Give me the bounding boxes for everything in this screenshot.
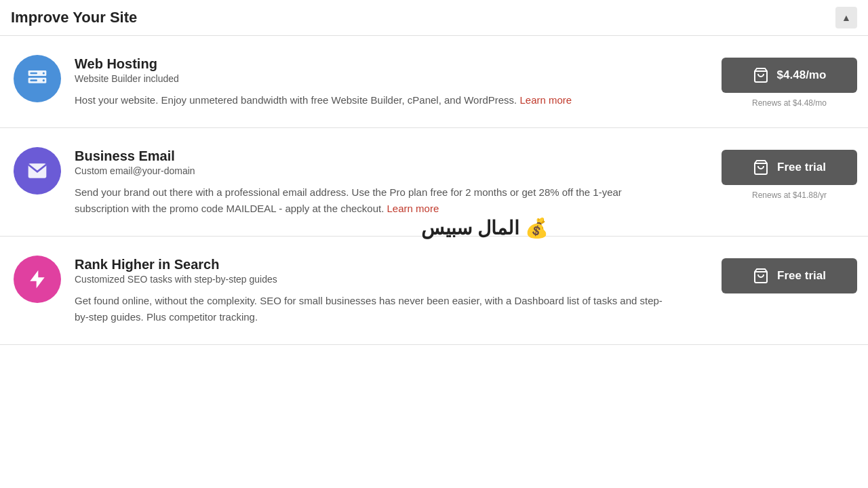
collapse-button[interactable]: ▲ <box>835 7 857 28</box>
service-action-seo: Free trial <box>722 256 857 293</box>
service-content-business-email: Business EmailCustom email@your-domainSe… <box>75 147 708 217</box>
page-title: Improve Your Site <box>11 9 137 26</box>
action-label-business-email: Free trial <box>777 161 826 174</box>
add-to-cart-button-business-email[interactable]: Free trial <box>722 150 857 185</box>
service-action-web-hosting: $4.48/moRenews at $4.48/mo <box>722 55 857 108</box>
learn-more-link-business-email[interactable]: Learn more <box>387 203 439 214</box>
svg-rect-4 <box>30 73 37 75</box>
server-icon <box>14 55 61 102</box>
action-label-web-hosting: $4.48/mo <box>777 68 827 82</box>
service-subtitle-seo: Customized SEO tasks with step-by-step g… <box>75 274 708 285</box>
svg-marker-9 <box>30 270 44 289</box>
service-subtitle-business-email: Custom email@your-domain <box>75 165 708 176</box>
service-name-seo: Rank Higher in Search <box>75 257 708 272</box>
svg-point-2 <box>43 72 45 74</box>
add-to-cart-button-web-hosting[interactable]: $4.48/mo <box>722 58 857 93</box>
services-list: Web HostingWebsite Builder includedHost … <box>0 36 868 345</box>
service-subtitle-web-hosting: Website Builder included <box>75 73 708 84</box>
lightning-icon <box>14 256 61 303</box>
renews-text-business-email: Renews at $41.88/yr <box>752 190 827 200</box>
service-description-business-email: Send your brand out there with a profess… <box>75 184 671 217</box>
service-action-business-email: Free trialRenews at $41.88/yr <box>722 147 857 200</box>
service-name-business-email: Business Email <box>75 148 708 164</box>
svg-point-3 <box>43 79 45 81</box>
learn-more-link-web-hosting[interactable]: Learn more <box>519 94 572 106</box>
page-header: Improve Your Site ▲ <box>0 0 868 36</box>
add-to-cart-button-seo[interactable]: Free trial <box>722 258 857 293</box>
service-description-web-hosting: Host your website. Enjoy unmetered bandw… <box>75 92 671 108</box>
service-content-web-hosting: Web HostingWebsite Builder includedHost … <box>75 55 708 108</box>
service-item-web-hosting: Web HostingWebsite Builder includedHost … <box>0 36 868 128</box>
service-item-business-email: Business EmailCustom email@your-domainSe… <box>0 128 868 237</box>
renews-text-web-hosting: Renews at $4.48/mo <box>752 98 827 108</box>
service-name-web-hosting: Web Hosting <box>75 56 708 72</box>
service-description-seo: Get found online, without the complexity… <box>75 293 671 325</box>
email-icon <box>14 147 61 195</box>
action-label-seo: Free trial <box>777 269 826 283</box>
svg-rect-5 <box>30 79 37 81</box>
service-content-seo: Rank Higher in SearchCustomized SEO task… <box>75 256 708 325</box>
service-item-seo: Rank Higher in SearchCustomized SEO task… <box>0 237 868 345</box>
